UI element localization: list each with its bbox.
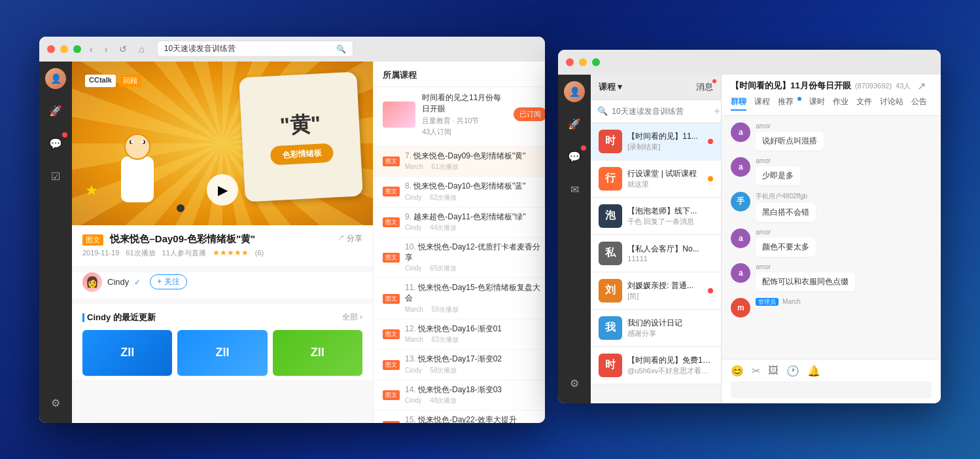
cl-avatar-1: 时 bbox=[599, 130, 622, 153]
chat-messages: a amor 说好听点叫混搭 a amor 少即是多 bbox=[722, 116, 941, 359]
follow-button[interactable]: + 关注 bbox=[150, 274, 186, 289]
tab-notif-dot bbox=[797, 97, 801, 101]
time-icon[interactable]: 🕐 bbox=[786, 365, 799, 377]
share-button[interactable]: ↗ 分享 bbox=[337, 233, 362, 244]
tab-group-chat[interactable]: 群聊 bbox=[731, 96, 746, 110]
course-list-item[interactable]: 我 我们的设计日记 感谢分享 bbox=[591, 310, 721, 347]
tab-discussion[interactable]: 讨论站 bbox=[880, 96, 903, 110]
course-tab-button[interactable]: 课程 ▾ bbox=[599, 81, 622, 93]
tab-homework[interactable]: 作业 bbox=[833, 96, 849, 110]
chat-id: (87093692) bbox=[855, 82, 892, 90]
see-all-button[interactable]: 全部 › bbox=[342, 312, 362, 323]
ep-tag-6: 图文 bbox=[383, 329, 400, 339]
ep-tag-8: 图文 bbox=[383, 390, 400, 400]
dot-decoration bbox=[177, 204, 184, 212]
maximize-icon-right[interactable] bbox=[592, 58, 600, 66]
tab-file[interactable]: 文件 bbox=[856, 96, 872, 110]
minimize-icon-right[interactable] bbox=[579, 58, 587, 66]
discover-icon[interactable]: 🚀 bbox=[45, 101, 66, 122]
ep-content-6: 12. 悦来悦色-Day16-渐变01 March 63次播放 bbox=[405, 324, 545, 345]
tab-announcement[interactable]: 公告 bbox=[911, 96, 927, 110]
episode-item[interactable]: 图文 11. 悦来悦色-Day15-色彩情绪板复盘大会 March 59次播放 bbox=[374, 278, 545, 319]
tab-recommend[interactable]: 推荐 bbox=[778, 96, 801, 110]
course-panel-header: 课程 ▾ 消息 bbox=[591, 75, 721, 100]
msg-avatar-6: m bbox=[731, 298, 750, 318]
tab-lesson[interactable]: 课时 bbox=[809, 96, 825, 110]
course-search-input[interactable] bbox=[612, 107, 710, 116]
search-icon: 🔍 bbox=[336, 45, 346, 54]
cl-content-3: 【泡泡老师】线下... 千色 回复了一条消息 bbox=[627, 206, 713, 227]
cl-content-1: 【时间看的见】11... [录制结束] bbox=[627, 131, 703, 152]
thumb-1[interactable]: ZII bbox=[82, 330, 172, 376]
episode-item[interactable]: 图文 9. 越来超色-Day11-色彩情绪板"绿" Cindy 44次播放 bbox=[374, 208, 545, 238]
url-bar[interactable]: 10天速读发音训练营 🔍 bbox=[157, 41, 353, 57]
subscribe-button[interactable]: 已订阅 bbox=[514, 107, 545, 121]
back-button[interactable]: ‹ bbox=[86, 43, 96, 56]
right-user-avatar[interactable]: 👤 bbox=[564, 81, 585, 102]
course-list-item[interactable]: 时 【时间看的见】免费10... @u5h6xv不好意思才看到... bbox=[591, 347, 721, 384]
video-title: 悦来悦色–Day09-色彩情绪板"黄" bbox=[110, 233, 255, 244]
tasks-icon[interactable]: ☑ bbox=[45, 166, 66, 187]
emoji-icon[interactable]: 😊 bbox=[731, 365, 744, 377]
cctalk-tag: CCtalk bbox=[85, 75, 116, 87]
bell-icon[interactable]: 🔔 bbox=[807, 365, 820, 377]
course-list-item[interactable]: 泡 【泡泡老师】线下... 千色 回复了一条消息 bbox=[591, 198, 721, 235]
course-list-item[interactable]: 私 【私人会客厅】No... 11111 bbox=[591, 235, 721, 272]
course-detail: 时间看的见之11月份每日开眼 且量教育 · 共10节 43人订阅 bbox=[422, 92, 507, 137]
home-button[interactable]: ⌂ bbox=[135, 43, 147, 56]
cl-sub-3: 千色 回复了一条消息 bbox=[627, 217, 713, 227]
close-icon-right[interactable] bbox=[566, 58, 574, 66]
cl-indicator-2 bbox=[708, 176, 713, 181]
cl-name-7: 【时间看的见】免费10... bbox=[627, 355, 713, 366]
chat-message: m 管理员 March bbox=[731, 298, 932, 318]
message-tab-button[interactable]: 消息 bbox=[696, 81, 713, 93]
chat-title-row: 【时间看的见】11月份每日开眼 (87093692) 43人 ↗ bbox=[731, 80, 932, 92]
video-player[interactable]: CCtalk 回顾 "黄" 色彩情绪板 bbox=[72, 62, 373, 225]
notification-icon[interactable]: 💬 bbox=[45, 134, 66, 155]
play-button[interactable]: ▶ bbox=[207, 174, 238, 206]
scissors-icon[interactable]: ✂ bbox=[752, 365, 760, 377]
ep-content-7: 13. 悦来悦色-Day17-渐变02 Cindy 58次播放 bbox=[405, 354, 545, 375]
episode-item[interactable]: 图文 8. 悦来悦色-Day10-色彩情绪板"蓝" Cindy 62次播放 bbox=[374, 177, 545, 208]
review-tag: 回顾 bbox=[119, 75, 141, 87]
ep-content-8: 14. 悦来悦色-Day18-渐变03 Cindy 48次播放 bbox=[405, 385, 545, 406]
user-avatar[interactable]: 👤 bbox=[45, 68, 66, 89]
episode-item[interactable]: 图文 12. 悦来悦色-Day16-渐变01 March 63次播放 bbox=[374, 320, 545, 350]
episode-item[interactable]: 图文 10. 悦来悦色-Day12-优质打卡者麦香分享 Cindy 65次播放 bbox=[374, 238, 545, 278]
ep-meta-1: March 61次播放 bbox=[405, 162, 545, 172]
minimize-icon[interactable] bbox=[60, 45, 68, 53]
right-mail-icon[interactable]: ✉ bbox=[564, 179, 585, 200]
right-discover-icon[interactable]: 🚀 bbox=[564, 114, 585, 135]
ep-meta-4: Cindy 65次播放 bbox=[405, 264, 545, 273]
course-list-item[interactable]: 刘 刘媛媛亲授: 普通... [简] bbox=[591, 272, 721, 310]
thumb-3[interactable]: ZII bbox=[273, 330, 362, 376]
external-link-icon[interactable]: ↗ bbox=[917, 80, 926, 92]
course-list-item[interactable]: 时 【时间看的见】11... [录制结束] bbox=[591, 123, 721, 160]
chat-input-box[interactable] bbox=[731, 381, 932, 398]
titlebar-right bbox=[558, 50, 941, 75]
forward-button[interactable]: › bbox=[101, 43, 111, 56]
chat-title: 【时间看的见】11月份每日开眼 bbox=[731, 80, 850, 92]
close-icon[interactable] bbox=[47, 45, 55, 53]
url-text: 10天速读发音训练营 bbox=[164, 43, 236, 54]
add-icon[interactable]: + bbox=[714, 105, 720, 117]
refresh-button[interactable]: ↺ bbox=[116, 43, 130, 56]
course-list-item[interactable]: 行 行设课堂 | 试听课程 就这里 bbox=[591, 160, 721, 198]
ep-title-3: 9. 越来超色-Day11-色彩情绪板"绿" bbox=[405, 212, 545, 223]
msg-sender-6: 管理员 March bbox=[756, 298, 801, 306]
thumb-2[interactable]: ZII bbox=[177, 330, 267, 376]
image-icon[interactable]: 🖼 bbox=[768, 365, 779, 377]
episode-item[interactable]: 图文 13. 悦来悦色-Day17-渐变02 Cindy 58次播放 bbox=[374, 350, 545, 380]
tab-course[interactable]: 课程 bbox=[754, 96, 770, 110]
episode-item[interactable]: 图文 14. 悦来悦色-Day18-渐变03 Cindy 48次播放 bbox=[374, 380, 545, 411]
course-thumb-row: 时间看的见之11月份每日开眼 且量教育 · 共10节 43人订阅 已订阅 bbox=[383, 92, 545, 137]
episode-item[interactable]: 图文 15. 悦来悦色-Day22-效率大提升 Cindy 65次播放 bbox=[374, 411, 545, 422]
msg-content-5: amor 配饰可以和衣服同色点缀 bbox=[756, 263, 855, 291]
right-notification-icon[interactable]: 💬 bbox=[564, 147, 585, 168]
video-section: CCtalk 回顾 "黄" 色彩情绪板 bbox=[72, 62, 373, 423]
settings-icon[interactable]: ⚙ bbox=[45, 393, 66, 414]
episode-item[interactable]: 图文 7. 悦来悦色-Day09-色彩情绪板"黄" March 61次播放 bbox=[374, 147, 545, 177]
maximize-icon[interactable] bbox=[73, 45, 81, 53]
ep-title-4: 10. 悦来悦色-Day12-优质打卡者麦香分享 bbox=[405, 242, 545, 263]
right-settings-icon[interactable]: ⚙ bbox=[564, 373, 585, 394]
